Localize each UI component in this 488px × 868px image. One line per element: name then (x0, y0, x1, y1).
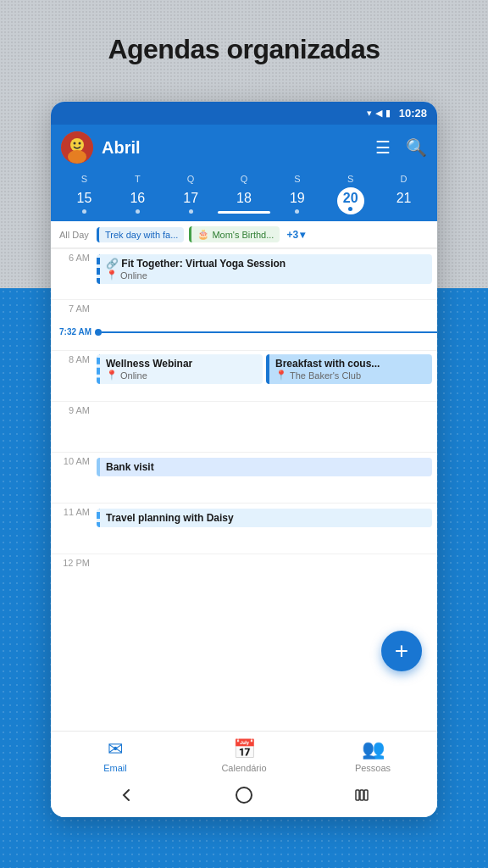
day-label-q2: Q (218, 174, 271, 184)
avatar[interactable] (61, 131, 93, 164)
event-travel-title: Travel planning with Daisy (106, 512, 426, 524)
list-view-icon[interactable]: ☰ (375, 137, 391, 158)
svg-point-4 (79, 142, 81, 145)
svg-point-1 (70, 138, 84, 152)
calendar-nav-icon: 📅 (233, 738, 256, 760)
current-time-text: 7:32 AM (51, 327, 95, 337)
day-18[interactable]: 18 (218, 187, 271, 214)
event-yoga[interactable]: 🔗 Fit Together: Virtual Yoga Session 📍 O… (97, 254, 432, 284)
day-labels: S T Q Q S S D (58, 174, 430, 184)
headline: Agendas organizadas (0, 34, 488, 65)
time-slot-9am: 9 AM (51, 401, 437, 452)
event-breakfast-location: 📍 The Baker's Club (275, 370, 426, 381)
slot-content-7am: 7:32 AM (95, 300, 437, 350)
svg-rect-8 (364, 790, 368, 800)
birthday-icon: 🎂 (197, 229, 209, 240)
event-yoga-title: 🔗 Fit Together: Virtual Yoga Session (106, 258, 426, 270)
svg-point-3 (74, 142, 76, 145)
time-label-10am: 10 AM (51, 453, 95, 503)
all-day-label: All Day (59, 230, 92, 240)
event-bank-visit[interactable]: Bank visit (97, 458, 432, 476)
time-label-6am: 6 AM (51, 249, 95, 299)
day-21[interactable]: 21 (377, 187, 430, 214)
day-label-s2: S (270, 174, 324, 184)
slot-content-10am: Bank visit (95, 453, 437, 503)
more-events-badge[interactable]: +3 ▾ (286, 229, 305, 241)
day-16[interactable]: 16 (111, 187, 164, 214)
event-breakfast-title: Breakfast with cous... (275, 358, 426, 370)
nav-label-people: Pessoas (355, 763, 391, 773)
recent-apps-button[interactable] (352, 785, 372, 805)
email-nav-icon: ✉ (108, 738, 123, 760)
nav-item-email[interactable]: ✉ Email (51, 738, 180, 773)
event-travel-planning[interactable]: Travel planning with Daisy (97, 509, 432, 527)
svg-point-5 (236, 787, 252, 803)
location-icon-3: 📍 (275, 370, 287, 381)
time-slot-7am: 7 AM 7:32 AM (51, 299, 437, 350)
events-side-by-side: Wellness Webinar 📍 Online Breakfast with… (97, 353, 432, 386)
search-icon[interactable]: 🔍 (406, 137, 427, 158)
status-bar: ▾ ◀ ▮ 10:28 (51, 102, 437, 125)
day-label-d: D (377, 174, 430, 184)
nav-label-email: Email (103, 763, 127, 773)
svg-rect-7 (360, 790, 363, 800)
header-month: Abril (102, 138, 360, 158)
time-slot-10am: 10 AM Bank visit (51, 452, 437, 503)
status-time: 10:28 (399, 107, 427, 120)
home-button[interactable] (234, 785, 254, 805)
day-label-s3: S (324, 174, 377, 184)
battery-icon: ▮ (385, 108, 391, 119)
network-icon: ◀ (375, 108, 382, 119)
phone-card: ▾ ◀ ▮ 10:28 Abril ☰ 🔍 S (51, 102, 437, 817)
location-icon-2: 📍 (106, 370, 118, 381)
slot-content-8am: Wellness Webinar 📍 Online Breakfast with… (95, 351, 437, 401)
event-webinar-title: Wellness Webinar (106, 358, 257, 370)
time-slot-12pm: 12 PM (51, 554, 437, 604)
app-header: Abril ☰ 🔍 (51, 125, 437, 170)
svg-point-2 (68, 150, 86, 164)
nav-item-calendar[interactable]: 📅 Calendário (180, 738, 308, 773)
calendar-week: S T Q Q S S D 15 16 17 (51, 170, 437, 221)
slot-content-6am: 🔗 Fit Together: Virtual Yoga Session 📍 O… (95, 249, 437, 299)
day-19[interactable]: 19 (270, 187, 324, 214)
day-label-s1: S (58, 174, 111, 184)
day-17[interactable]: 17 (164, 187, 218, 214)
current-time-dot (95, 329, 102, 336)
all-day-event-birthday[interactable]: 🎂 Mom's Birthd... (189, 226, 280, 242)
nav-item-people[interactable]: 👥 Pessoas (308, 738, 437, 773)
time-label-7am: 7 AM (51, 300, 95, 350)
chevron-down-icon: ▾ (300, 229, 305, 241)
event-bank-title: Bank visit (106, 461, 426, 473)
time-slot-8am: 8 AM Wellness Webinar 📍 Online Breakfast… (51, 350, 437, 401)
timeline[interactable]: 6 AM 🔗 Fit Together: Virtual Yoga Sessio… (51, 248, 437, 731)
time-slot-6am: 6 AM 🔗 Fit Together: Virtual Yoga Sessio… (51, 248, 437, 299)
day-numbers: 15 16 17 18 19 (58, 187, 430, 214)
time-label-11am: 11 AM (51, 504, 95, 554)
location-icon: 📍 (106, 270, 118, 281)
avatar-image (61, 131, 93, 164)
day-label-t: T (111, 174, 164, 184)
people-nav-icon: 👥 (362, 738, 385, 760)
add-icon: + (395, 637, 408, 665)
day-15[interactable]: 15 (58, 187, 111, 214)
time-label-12pm: 12 PM (51, 554, 95, 604)
day-label-q1: Q (164, 174, 218, 184)
slot-content-12pm (95, 554, 437, 604)
all-day-row: All Day Trek day with fa... 🎂 Mom's Birt… (51, 221, 437, 248)
slot-content-11am: Travel planning with Daisy (95, 504, 437, 554)
event-yoga-location: 📍 Online (106, 270, 426, 281)
time-label-8am: 8 AM (51, 351, 95, 401)
time-label-9am: 9 AM (51, 402, 95, 452)
fab-add-button[interactable]: + (381, 631, 422, 671)
link-icon: 🔗 (106, 258, 119, 270)
nav-label-calendar: Calendário (221, 763, 266, 773)
bottom-nav: ✉ Email 📅 Calendário 👥 Pessoas (51, 731, 437, 776)
current-time-line (102, 331, 437, 333)
event-wellness-webinar[interactable]: Wellness Webinar 📍 Online (97, 354, 263, 384)
day-20[interactable]: 20 (324, 187, 377, 214)
back-button[interactable] (116, 785, 136, 805)
event-breakfast[interactable]: Breakfast with cous... 📍 The Baker's Clu… (266, 354, 432, 384)
signal-icon: ▾ (367, 108, 372, 119)
time-slot-11am: 11 AM Travel planning with Daisy (51, 503, 437, 554)
all-day-event-trek[interactable]: Trek day with fa... (97, 227, 184, 242)
